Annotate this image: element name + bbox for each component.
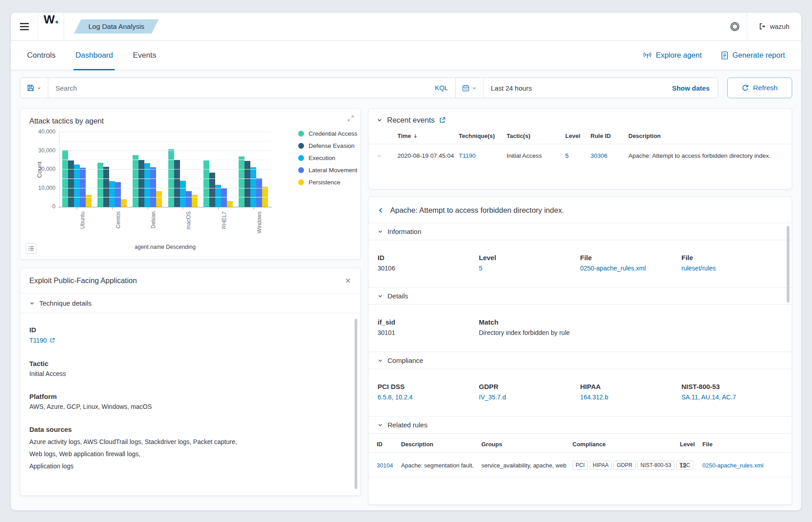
section-related-rules[interactable]: Related rules [369,416,792,434]
chevron-down-icon [378,229,383,234]
field-label: Data sources [29,426,345,433]
menu-hamburger-icon[interactable] [11,13,38,40]
technique-panel: Exploit Public-Facing Application Techni… [20,268,361,496]
bar [180,181,186,207]
wazuh-logo[interactable]: W [38,13,64,40]
bar [186,191,192,207]
bar [138,160,144,207]
technique-datasources: Azure activity logs, AWS CloudTrail logs… [29,436,345,472]
chevron-down-icon [472,86,477,91]
refresh-button[interactable]: Refresh [727,78,792,98]
row-expand-chevron-icon[interactable] [377,153,397,159]
bar-group [133,155,162,207]
event-technique-link[interactable]: T1190 [459,152,507,159]
rule-path-link[interactable]: ruleset/rules [682,265,716,272]
chevron-down-icon [378,422,383,428]
section-information[interactable]: Information [369,223,792,240]
dashboard-content: KQL Last 24 hours Show dates [11,70,801,510]
query-language-button[interactable]: KQL [428,84,455,92]
recent-events-panel: Recent events Time Technique(s) Tactic(s… [368,108,792,189]
col-time[interactable]: Time [397,133,459,139]
legend-item[interactable]: Credential Access [298,130,357,137]
field-label: Platform [29,393,345,400]
technique-id-link[interactable]: T1190 [29,337,55,344]
section-compliance[interactable]: Compliance [369,352,792,369]
open-external-icon[interactable] [439,117,446,124]
x-axis-label: Centos [115,211,121,229]
legend-item[interactable]: Execution [298,155,357,161]
pci-link[interactable]: 6.5.8, 10.2.4 [378,394,413,401]
event-rule-id-link[interactable]: 30306 [591,152,628,159]
x-axis-line [58,207,272,207]
gdpr-link[interactable]: IV_35.7.d [479,394,506,401]
bar [203,160,209,207]
col-rule-id: Rule ID [591,133,628,139]
technique-details-toggle[interactable]: Technique details [20,293,360,313]
bar [239,156,245,207]
x-tick [148,207,148,210]
legend-toggle-button[interactable] [26,243,37,254]
x-tick [77,207,77,210]
bar [74,165,80,207]
gridline [59,141,271,142]
rule-file-link[interactable]: 0250-apache_rules.xml [580,265,646,272]
bar-group [239,156,268,207]
compliance-badge: HIPAA [590,461,612,470]
hipaa-link[interactable]: 164.312.b [580,394,608,401]
details-fields: if_sid30101 MatchDirectory index forbidd… [369,305,792,352]
technique-tactic: Initial Access [29,370,345,377]
compliance-badge: GDPR [614,461,636,470]
gridline [59,132,271,132]
status-circle-icon[interactable] [723,13,747,40]
panel-scrollbar[interactable] [355,319,357,489]
bar [68,160,74,207]
tab-dashboard[interactable]: Dashboard [75,41,113,70]
header-right: wazuh [723,13,801,40]
gridline [59,188,271,188]
bar [144,163,150,207]
section-details[interactable]: Details [369,287,792,305]
field-label: NIST-800-53 [682,383,783,390]
search-input[interactable] [48,84,428,92]
field-label: Tactic [29,360,345,367]
nist-link[interactable]: SA.11, AU.14, AC.7 [682,394,736,401]
logout-button[interactable]: wazuh [747,13,801,40]
chevron-down-icon [378,358,383,363]
col-level: Level [565,133,591,139]
sort-down-icon [413,133,418,139]
field-label: HIPAA [580,383,682,390]
field-label: File [682,254,783,261]
account-name: wazuh [770,23,789,30]
related-rule-file-link[interactable]: 0250-apache_rules.xml [702,462,784,469]
breadcrumb[interactable]: Log Data Analysis [74,19,159,34]
bar [209,173,215,207]
saved-queries-button[interactable] [20,78,48,98]
legend-dot-icon [298,179,304,185]
col-description: Description [628,133,784,139]
collapse-chevron-icon[interactable] [377,117,383,123]
x-axis-title: agent.name Descending [59,244,271,250]
top-header: W Log Data Analysis wazuh [11,13,801,41]
close-icon[interactable] [345,277,351,284]
tab-controls[interactable]: Controls [27,41,55,70]
gridline [59,179,271,179]
gridline [59,169,271,169]
legend-item[interactable]: Lateral Movement [298,167,357,174]
related-rule-id-link[interactable]: 30104 [377,462,401,469]
generate-report-button[interactable]: Generate report [721,51,785,60]
bar [115,182,121,207]
back-chevron-icon[interactable] [378,207,384,214]
calendar-button[interactable] [456,78,484,98]
rule-level-link[interactable]: 5 [479,265,483,272]
tab-events[interactable]: Events [133,41,156,70]
compliance-badge: PCI [572,461,588,470]
explore-agent-button[interactable]: Explore agent [643,51,702,60]
legend-item[interactable]: Defense Evasion [298,142,357,149]
panel-scrollbar[interactable] [787,226,789,302]
y-tick-label: 20,000 [27,166,55,172]
expand-icon[interactable] [347,115,354,122]
time-range-value[interactable]: Last 24 hours [484,84,532,92]
legend-item[interactable]: Persistence [298,179,357,186]
show-dates-button[interactable]: Show dates [672,84,718,92]
bar [192,195,198,207]
